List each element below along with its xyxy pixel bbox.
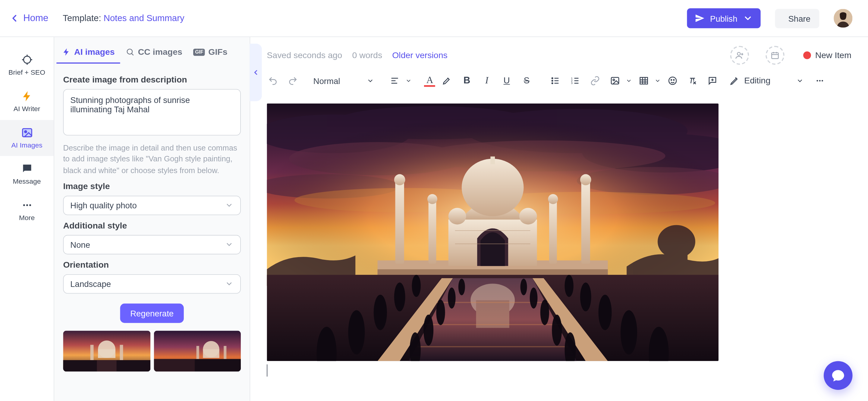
italic-button[interactable]: I xyxy=(478,72,495,89)
svg-point-65 xyxy=(816,80,818,81)
svg-point-60 xyxy=(674,79,675,80)
numbered-list-button[interactable]: 123 xyxy=(567,72,584,89)
image-style-select[interactable]: High quality photo xyxy=(63,196,241,215)
chat-bubble-icon xyxy=(831,368,845,382)
rail-item-more[interactable]: More xyxy=(0,192,54,229)
emoji-icon xyxy=(668,76,678,86)
svg-rect-94 xyxy=(490,157,495,164)
clear-format-button[interactable] xyxy=(684,72,701,89)
calendar-icon xyxy=(770,51,779,60)
orientation-select[interactable]: Landscape xyxy=(63,274,241,294)
rail-item-message[interactable]: Message xyxy=(0,156,54,192)
ai-images-panel: AI images CC images GIF GIFs Create imag… xyxy=(54,37,250,401)
saved-status: Saved seconds ago xyxy=(267,50,342,60)
schedule-button[interactable] xyxy=(765,46,784,64)
svg-rect-17 xyxy=(98,349,116,358)
redo-icon xyxy=(288,76,298,86)
image-icon xyxy=(21,127,33,138)
select-value: Normal xyxy=(313,76,340,86)
svg-point-67 xyxy=(822,80,823,81)
svg-point-12 xyxy=(29,204,31,206)
comment-button[interactable] xyxy=(704,72,721,89)
link-button[interactable] xyxy=(587,72,604,89)
chevron-down-icon xyxy=(405,77,412,84)
paragraph-style-select[interactable]: Normal xyxy=(309,74,379,88)
home-link[interactable]: Home xyxy=(9,13,48,24)
home-label: Home xyxy=(23,13,48,24)
svg-point-93 xyxy=(462,159,524,216)
mode-select[interactable]: Editing xyxy=(730,76,804,86)
svg-point-96 xyxy=(519,208,537,225)
editor-status-bar: Saved seconds ago 0 words Older versions… xyxy=(250,37,868,65)
document-canvas[interactable] xyxy=(250,93,868,401)
help-chat-fab[interactable] xyxy=(824,361,852,390)
rail-item-images[interactable]: AI Images xyxy=(0,120,54,156)
additional-style-select[interactable]: None xyxy=(63,235,241,254)
list-ul-icon xyxy=(550,76,560,86)
svg-point-111 xyxy=(348,310,365,354)
svg-rect-18 xyxy=(90,345,94,360)
underline-button[interactable]: U xyxy=(498,72,515,89)
user-plus-icon xyxy=(735,51,744,60)
target-icon xyxy=(21,54,33,66)
share-label: Share xyxy=(788,13,810,23)
highlight-button[interactable] xyxy=(438,72,455,89)
share-button[interactable]: Share xyxy=(775,8,819,28)
svg-point-10 xyxy=(23,204,25,206)
svg-point-110 xyxy=(374,295,387,330)
redo-button[interactable] xyxy=(284,72,301,89)
regenerate-button[interactable]: Regenerate xyxy=(120,303,184,323)
rail-item-writer[interactable]: AI Writer xyxy=(0,83,54,120)
document-status[interactable]: New Item xyxy=(803,50,851,60)
add-collaborator-button[interactable] xyxy=(730,46,749,64)
svg-point-41 xyxy=(552,83,553,84)
emoji-button[interactable] xyxy=(664,72,681,89)
editor-caret-line[interactable] xyxy=(267,364,851,376)
description-input[interactable] xyxy=(63,89,241,135)
list-ol-icon: 123 xyxy=(570,76,580,86)
tab-ai-images[interactable]: AI images xyxy=(56,42,120,64)
svg-point-120 xyxy=(436,300,445,325)
mode-label: Editing xyxy=(744,76,770,86)
avatar-image xyxy=(834,9,852,27)
svg-point-3 xyxy=(23,56,30,64)
publish-button[interactable]: Publish xyxy=(687,8,761,28)
hero-image[interactable] xyxy=(267,103,718,361)
chevron-down-icon xyxy=(225,201,234,209)
svg-point-39 xyxy=(552,78,553,78)
select-value: Landscape xyxy=(70,279,111,289)
svg-point-126 xyxy=(552,314,562,345)
svg-point-59 xyxy=(671,79,672,80)
chevron-down-icon xyxy=(225,279,234,288)
style-label: Image style xyxy=(63,181,241,191)
svg-rect-81 xyxy=(665,242,687,269)
orientation-label: Orientation xyxy=(63,260,241,270)
insert-table-select[interactable] xyxy=(636,72,661,89)
bold-button[interactable]: B xyxy=(458,72,475,89)
font-color-button[interactable]: A xyxy=(424,75,435,87)
tab-cc-images[interactable]: CC images xyxy=(120,42,188,64)
bolt-icon xyxy=(21,90,33,102)
chevron-left-icon xyxy=(9,13,20,24)
align-select[interactable] xyxy=(387,72,412,89)
thumbnail-image xyxy=(154,331,241,371)
rail-item-brief[interactable]: Brief + SEO xyxy=(0,47,54,83)
panel-collapse-handle[interactable] xyxy=(250,44,261,101)
user-avatar[interactable] xyxy=(834,9,852,27)
older-versions-link[interactable]: Older versions xyxy=(392,50,447,60)
tab-gifs[interactable]: GIF GIFs xyxy=(188,42,233,64)
bullet-list-button[interactable] xyxy=(547,72,564,89)
rail-label: AI Writer xyxy=(13,105,40,113)
font-color-bar xyxy=(424,85,435,87)
thumbnail-2[interactable] xyxy=(154,331,241,371)
thumbnail-1[interactable] xyxy=(63,331,150,371)
panel-tabs: AI images CC images GIF GIFs xyxy=(54,37,250,64)
svg-point-87 xyxy=(580,174,591,186)
search-icon xyxy=(126,47,134,56)
insert-image-select[interactable] xyxy=(607,72,632,89)
template-link[interactable]: Notes and Summary xyxy=(104,13,184,23)
svg-point-13 xyxy=(127,49,132,54)
more-toolbar-button[interactable] xyxy=(811,72,828,89)
strikethrough-button[interactable]: S xyxy=(518,72,535,89)
undo-button[interactable] xyxy=(265,72,281,89)
